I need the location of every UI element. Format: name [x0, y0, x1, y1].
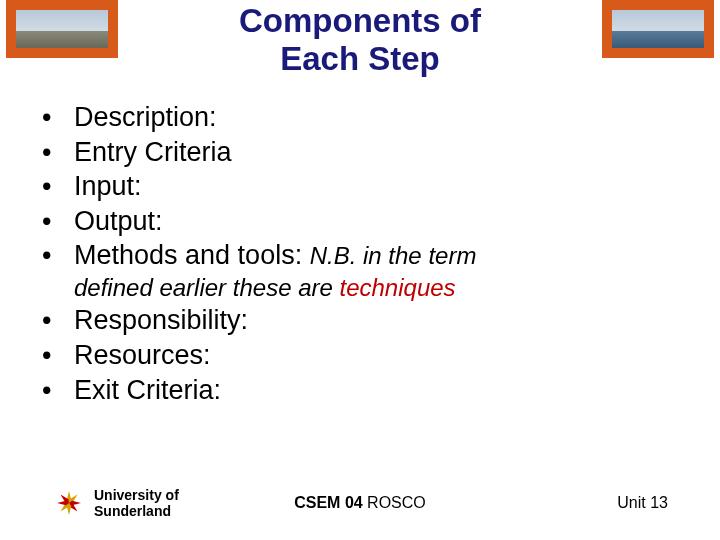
bullet-description: Description:: [30, 100, 690, 135]
bullet-entry-criteria: Entry Criteria: [30, 135, 690, 170]
course-code: CSEM 04 ROSCO: [294, 494, 426, 512]
bullet-text: Description:: [74, 102, 217, 132]
bullet-text: Exit Criteria:: [74, 375, 221, 405]
note-text: defined earlier these are: [74, 274, 340, 301]
course-rest: ROSCO: [363, 494, 426, 511]
university-name: University of Sunderland: [94, 487, 214, 519]
bullet-note: N.B. in the term: [310, 242, 477, 269]
slide-footer: University of Sunderland CSEM 04 ROSCO U…: [0, 478, 720, 528]
title-line-2: Each Step: [280, 40, 440, 77]
bullet-responsibility: Responsibility:: [30, 303, 690, 338]
slide-header: Components of Each Step: [0, 0, 720, 84]
bullet-methods: Methods and tools: N.B. in the term: [30, 238, 690, 273]
bullet-text: Methods and tools:: [74, 240, 310, 270]
uni-line-2: Sunderland: [94, 503, 171, 519]
bullet-text: Resources:: [74, 340, 211, 370]
slide-title: Components of Each Step: [0, 2, 720, 78]
bullet-resources: Resources:: [30, 338, 690, 373]
bullet-text: Entry Criteria: [74, 137, 232, 167]
bullet-output: Output:: [30, 204, 690, 239]
unit-number: Unit 13: [617, 494, 668, 512]
bullet-methods-continuation: defined earlier these are techniques: [30, 273, 690, 304]
university-logo-icon: [54, 488, 84, 518]
bullet-input: Input:: [30, 169, 690, 204]
course-bold: CSEM 04: [294, 494, 362, 511]
uni-line-1: University of: [94, 487, 179, 503]
bullet-text: Output:: [74, 206, 163, 236]
title-line-1: Components of: [239, 2, 481, 39]
bullet-text: Input:: [74, 171, 142, 201]
bullet-exit-criteria: Exit Criteria:: [30, 373, 690, 408]
bullet-text: Responsibility:: [74, 305, 248, 335]
slide-body: Description: Entry Criteria Input: Outpu…: [30, 100, 690, 407]
note-highlight: techniques: [340, 274, 456, 301]
